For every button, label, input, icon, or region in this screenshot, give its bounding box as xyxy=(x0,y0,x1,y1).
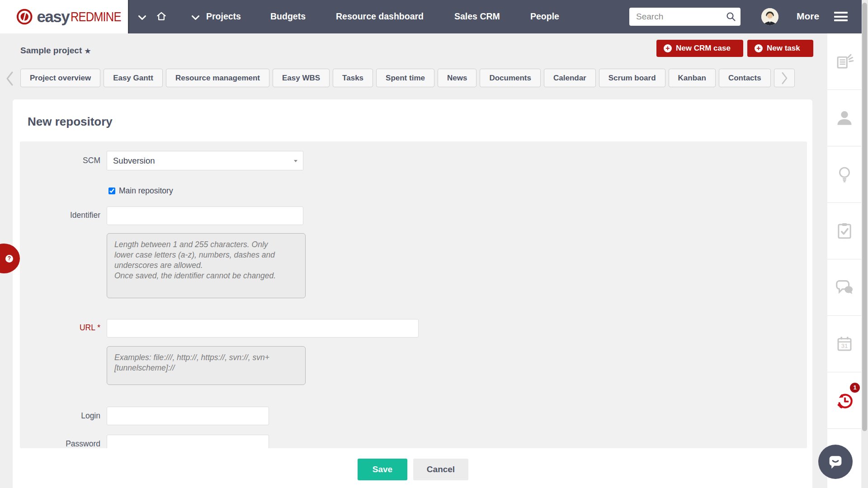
chevron-down-icon[interactable] xyxy=(192,14,199,22)
tab-contacts[interactable]: Contacts xyxy=(719,69,771,87)
chat-bubble-icon xyxy=(826,453,844,471)
easy-redmine-app: easy REDMINE Projects Budgets Resource d… xyxy=(0,0,868,488)
new-repository-form: SCM Subversion Main repository Identifie… xyxy=(20,141,807,448)
home-icon[interactable] xyxy=(156,10,167,24)
help-line: lower case letters (a-z), numbers, dashe… xyxy=(114,250,298,260)
nav-item-sales-crm[interactable]: Sales CRM xyxy=(454,11,500,22)
search-input[interactable] xyxy=(635,8,719,25)
tabs-scroll-right-icon[interactable] xyxy=(774,69,795,87)
question-mark-icon: ? xyxy=(5,255,13,263)
logo-text-easy: easy xyxy=(37,8,69,26)
tab-documents[interactable]: Documents xyxy=(480,69,541,87)
recent-history-icon[interactable]: 1 xyxy=(827,372,861,429)
svg-text:31: 31 xyxy=(841,343,848,349)
url-input[interactable] xyxy=(107,319,419,338)
chat-launcher-button[interactable] xyxy=(818,445,853,479)
nav-item-projects[interactable]: Projects xyxy=(206,11,241,22)
scm-select[interactable]: Subversion xyxy=(107,151,303,170)
password-input[interactable] xyxy=(107,435,269,448)
global-search xyxy=(629,8,741,26)
favorite-star-icon[interactable]: ★ xyxy=(85,47,90,55)
nav-item-more[interactable]: More xyxy=(797,11,819,22)
login-label: Login xyxy=(20,411,100,421)
tab-calendar[interactable]: Calendar xyxy=(544,69,596,87)
new-crm-case-label: New CRM case xyxy=(676,44,731,53)
identifier-help: Length between 1 and 255 characters. Onl… xyxy=(107,233,306,298)
tasks-clipboard-icon[interactable] xyxy=(827,203,861,259)
tab-news[interactable]: News xyxy=(438,69,476,87)
help-line: Once saved, the identifier cannot be cha… xyxy=(114,271,298,281)
tab-scrum-board[interactable]: Scrum board xyxy=(599,69,665,87)
idea-bulb-icon[interactable] xyxy=(827,146,861,203)
identifier-label: Identifier xyxy=(20,211,100,220)
tabs-scroll-left-icon[interactable] xyxy=(4,70,16,89)
activity-feed-icon[interactable] xyxy=(827,33,861,90)
nav-item-people[interactable]: People xyxy=(530,11,559,22)
app-logo[interactable]: easy REDMINE xyxy=(0,0,129,33)
cancel-button[interactable]: Cancel xyxy=(413,459,468,480)
hamburger-icon[interactable] xyxy=(834,12,848,23)
contacts-icon[interactable] xyxy=(827,90,861,146)
help-line: underscores are allowed. xyxy=(114,260,298,271)
new-crm-case-button[interactable]: + New CRM case xyxy=(656,40,743,57)
main-repository-label[interactable]: Main repository xyxy=(119,186,173,196)
right-toolbar: 31 1 xyxy=(827,33,861,488)
project-name[interactable]: Sample project xyxy=(20,46,82,55)
new-task-label: New task xyxy=(767,44,800,53)
plus-icon: + xyxy=(664,44,672,52)
url-label: URL * xyxy=(20,323,100,333)
plus-icon: + xyxy=(755,44,763,52)
identifier-input[interactable] xyxy=(107,206,303,225)
scm-selected-value: Subversion xyxy=(107,151,303,170)
top-navbar: easy REDMINE Projects Budgets Resource d… xyxy=(0,0,868,33)
page-scrollbar-track xyxy=(862,0,868,488)
breadcrumb: Sample project★ xyxy=(20,46,91,56)
nav-item-budgets[interactable]: Budgets xyxy=(270,11,306,22)
save-button[interactable]: Save xyxy=(358,459,407,480)
tab-tasks[interactable]: Tasks xyxy=(333,69,373,87)
help-line: Length between 1 and 255 characters. Onl… xyxy=(114,239,298,250)
history-count-badge: 1 xyxy=(850,383,860,393)
scm-label: SCM xyxy=(20,156,100,165)
password-label: Password xyxy=(20,439,100,448)
logo-text-redmine: REDMINE xyxy=(71,9,121,24)
calendar-icon[interactable]: 31 xyxy=(827,316,861,372)
discussion-bubbles-icon[interactable] xyxy=(827,259,861,316)
tab-easy-gantt[interactable]: Easy Gantt xyxy=(104,69,163,87)
tab-spent-time[interactable]: Spent time xyxy=(376,69,434,87)
tab-easy-wbs[interactable]: Easy WBS xyxy=(273,69,330,87)
tab-project-overview[interactable]: Project overview xyxy=(20,69,100,87)
new-task-button[interactable]: + New task xyxy=(747,40,813,57)
help-line: [tunnelscheme]:// xyxy=(114,363,298,373)
chevron-down-icon[interactable] xyxy=(138,14,146,22)
url-help: Examples: file:///, http://, https://, s… xyxy=(107,346,306,385)
page-scrollbar-thumb[interactable] xyxy=(862,3,867,431)
main-repository-checkbox[interactable] xyxy=(108,188,115,194)
tab-kanban[interactable]: Kanban xyxy=(669,69,716,87)
login-input[interactable] xyxy=(107,407,269,425)
help-line: Examples: file:///, http://, https://, s… xyxy=(114,352,298,363)
tab-resource-management[interactable]: Resource management xyxy=(166,69,269,87)
chevron-down-icon xyxy=(294,160,297,162)
search-icon[interactable] xyxy=(726,11,736,24)
project-tabs: Project overview Easy Gantt Resource man… xyxy=(20,69,823,89)
main-repository-row: Main repository xyxy=(108,186,173,196)
easy-redmine-logo-icon xyxy=(16,5,33,28)
nav-item-resource-dashboard[interactable]: Resource dashboard xyxy=(336,11,424,22)
page-title: New repository xyxy=(28,115,113,129)
user-avatar[interactable] xyxy=(761,8,778,25)
